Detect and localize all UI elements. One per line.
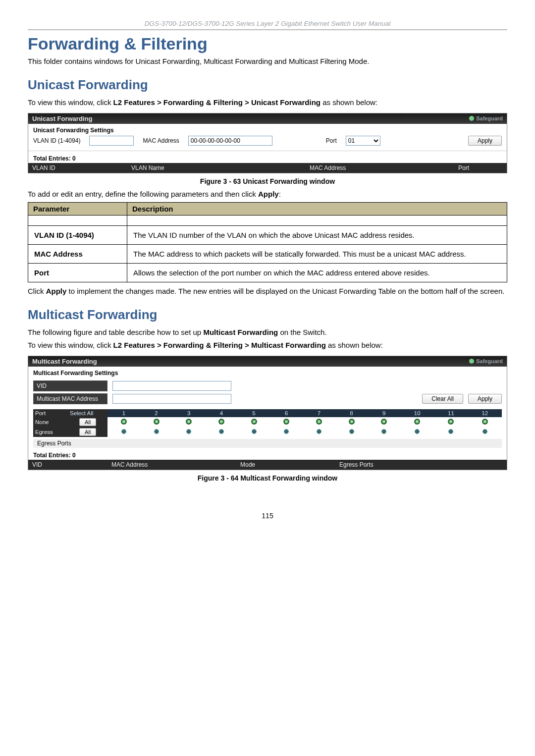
multicast-panel-title: Multicast Forwarding bbox=[32, 358, 97, 365]
h2-multicast-forwarding: Multicast Forwarding bbox=[28, 307, 507, 323]
none-radio[interactable] bbox=[218, 419, 224, 425]
none-radio[interactable] bbox=[186, 419, 192, 425]
egress-radio[interactable] bbox=[317, 429, 321, 434]
port-select[interactable]: 01 bbox=[346, 136, 380, 146]
vid-label: VID bbox=[33, 380, 107, 391]
egress-radio[interactable] bbox=[381, 429, 386, 434]
text: To add or edit an entry, define the foll… bbox=[28, 190, 258, 198]
unicast-panel-title: Unicast Forwarding bbox=[32, 115, 92, 122]
figure-63-caption: Figure 3 - 63 Unicast Forwarding window bbox=[28, 177, 507, 185]
multicast-view-instruction: To view this window, click L2 Features >… bbox=[28, 340, 507, 350]
multicast-total-entries: Total Entries: 0 bbox=[28, 448, 507, 460]
port-col: 3 bbox=[172, 409, 205, 417]
select-all-header: Select All bbox=[68, 409, 107, 417]
port-col: 6 bbox=[270, 409, 303, 417]
desc-cell: The VLAN ID number of the VLAN on which … bbox=[127, 225, 507, 244]
safeguard-indicator: Safeguard bbox=[469, 115, 503, 121]
multicast-table-header: VID MAC Address Mode Egress Ports bbox=[28, 460, 507, 470]
none-radio[interactable] bbox=[251, 419, 257, 425]
mc-mac-input[interactable] bbox=[112, 394, 231, 404]
col-mac-address: MAC Address bbox=[111, 461, 240, 468]
unicast-total-entries: Total Entries: 0 bbox=[28, 151, 507, 163]
table-row: Port Allows the selection of the port nu… bbox=[28, 263, 507, 282]
col-port: Port bbox=[458, 164, 503, 171]
col-mac-address: MAC Address bbox=[310, 164, 458, 171]
header-rule bbox=[28, 29, 507, 30]
port-col: 1 bbox=[107, 409, 140, 417]
ports-table: Port Select All 1 2 3 4 5 6 7 8 9 10 11 … bbox=[33, 409, 502, 437]
param-cell: VLAN ID (1-4094) bbox=[28, 225, 127, 244]
port-col: 9 bbox=[368, 409, 400, 417]
intro-paragraph: This folder contains windows for Unicast… bbox=[28, 56, 507, 66]
vlan-id-input[interactable] bbox=[89, 136, 134, 146]
none-row: None All bbox=[33, 417, 502, 427]
vlan-id-label: VLAN ID (1-4094) bbox=[33, 137, 80, 144]
col-vlan-id: VLAN ID bbox=[32, 164, 131, 171]
egress-radio[interactable] bbox=[154, 429, 159, 434]
unicast-breadcrumb: L2 Features > Forwarding & Filtering > U… bbox=[113, 98, 321, 107]
none-radio[interactable] bbox=[121, 419, 127, 425]
port-header: Port bbox=[33, 409, 68, 417]
egress-radio[interactable] bbox=[284, 429, 289, 434]
unicast-settings-title: Unicast Forwarding Settings bbox=[28, 124, 507, 134]
none-radio[interactable] bbox=[316, 419, 322, 425]
none-radio[interactable] bbox=[283, 419, 289, 425]
multicast-panel-titlebar: Multicast Forwarding Safeguard bbox=[28, 356, 507, 367]
unicast-settings-row: VLAN ID (1-4094) MAC Address Port 01 App… bbox=[28, 134, 507, 151]
egress-radio[interactable] bbox=[349, 429, 354, 434]
text: Click bbox=[28, 287, 46, 295]
none-radio[interactable] bbox=[349, 419, 355, 425]
egress-radio[interactable] bbox=[252, 429, 257, 434]
table-row: MAC Address The MAC address to which pac… bbox=[28, 244, 507, 263]
apply-bold: Apply bbox=[258, 190, 279, 198]
multicast-bold: Multicast Forwarding bbox=[203, 328, 278, 336]
egress-radio[interactable] bbox=[448, 429, 453, 434]
none-radio[interactable] bbox=[448, 419, 454, 425]
none-radio[interactable] bbox=[154, 419, 160, 425]
egress-row: Egress All bbox=[33, 427, 502, 437]
egress-radio[interactable] bbox=[121, 429, 126, 434]
clear-all-button[interactable]: Clear All bbox=[422, 394, 463, 404]
param-cell: Port bbox=[28, 263, 127, 282]
multicast-breadcrumb: L2 Features > Forwarding & Filtering > M… bbox=[113, 341, 326, 349]
none-label: None bbox=[33, 417, 68, 427]
page-number: 115 bbox=[28, 512, 507, 520]
text: on the Switch. bbox=[278, 328, 326, 336]
apply-button[interactable]: Apply bbox=[468, 136, 502, 146]
col-egress-ports: Egress Ports bbox=[339, 461, 503, 468]
port-label: Port bbox=[326, 137, 337, 144]
mac-address-label: MAC Address bbox=[143, 137, 179, 144]
vid-input[interactable] bbox=[112, 381, 231, 391]
port-col: 5 bbox=[238, 409, 270, 417]
egress-radio[interactable] bbox=[482, 429, 487, 434]
unicast-forwarding-panel: Unicast Forwarding Safeguard Unicast For… bbox=[28, 113, 507, 173]
unicast-view-instruction: To view this window, click L2 Features >… bbox=[28, 98, 507, 108]
egress-all-button[interactable]: All bbox=[79, 428, 96, 436]
port-col: 7 bbox=[303, 409, 335, 417]
safeguard-indicator: Safeguard bbox=[469, 358, 503, 364]
mc-mac-label: Multicast MAC Address bbox=[33, 393, 107, 404]
col-mode: Mode bbox=[240, 461, 339, 468]
mac-address-input[interactable] bbox=[188, 136, 272, 146]
none-radio[interactable] bbox=[381, 419, 387, 425]
port-col: 12 bbox=[468, 409, 502, 417]
desc-cell: Allows the selection of the port number … bbox=[127, 263, 507, 282]
port-col: 2 bbox=[140, 409, 173, 417]
apply-bold: Apply bbox=[46, 287, 67, 295]
none-all-button[interactable]: All bbox=[79, 418, 96, 426]
apply-button[interactable]: Apply bbox=[468, 394, 502, 404]
egress-ports-row: Egress Ports bbox=[33, 439, 502, 448]
port-col: 10 bbox=[400, 409, 434, 417]
unicast-table-header: VLAN ID VLAN Name MAC Address Port bbox=[28, 163, 507, 173]
port-col: 4 bbox=[205, 409, 238, 417]
none-radio[interactable] bbox=[414, 419, 420, 425]
table-row: VLAN ID (1-4094) The VLAN ID number of t… bbox=[28, 225, 507, 244]
text: To view this window, click bbox=[28, 341, 113, 349]
egress-radio[interactable] bbox=[415, 429, 420, 434]
text: to implement the changes made. The new e… bbox=[66, 287, 504, 295]
unicast-panel-titlebar: Unicast Forwarding Safeguard bbox=[28, 113, 507, 124]
none-radio[interactable] bbox=[482, 419, 488, 425]
egress-radio[interactable] bbox=[186, 429, 191, 434]
egress-radio[interactable] bbox=[219, 429, 224, 434]
text: To view this window, click bbox=[28, 98, 113, 107]
